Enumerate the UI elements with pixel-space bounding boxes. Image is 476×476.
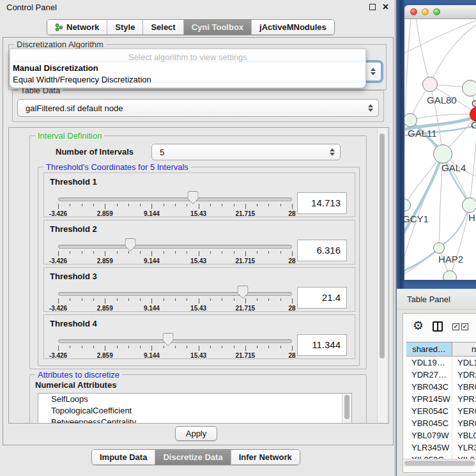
tab-network[interactable]: Network [47,20,107,35]
tick-mark [268,346,269,348]
network-node-ga[interactable] [462,80,476,96]
table-cell[interactable]: YBR043C [406,381,452,393]
threshold-slider[interactable]: -3.4262.8599.14415.4321.71528 [58,196,292,218]
float-window-icon[interactable] [369,4,376,10]
table-cell[interactable]: YDR2 [452,369,476,381]
tab-label: Select [151,22,175,32]
tick-mark [234,298,234,301]
tab-impute-data[interactable]: Impute Data [92,450,155,464]
tick-mark [187,346,187,348]
table-row[interactable]: YPR145WYPR1 [406,393,476,405]
scrollbar-thumb[interactable] [380,134,385,358]
table-cell[interactable]: YBR045C [406,417,452,429]
tick-mark [151,346,152,351]
scrollbar-thumb[interactable] [344,395,349,419]
tick-mark [222,251,222,254]
tick-mark [140,204,141,206]
panel-scrollbar[interactable] [377,128,387,422]
table-row[interactable]: YDR27…YDR2 [406,369,476,381]
attribute-item-selfloops[interactable]: SelfLoops [38,394,351,405]
tick-label: 2.859 [97,257,113,265]
table-cell[interactable]: YDL19… [406,357,452,369]
network-node-gal80[interactable] [422,77,438,92]
threshold-value-field[interactable]: 14.713 [297,192,347,214]
table-data-combobox[interactable]: galFiltered.sif default node [17,99,379,117]
tick-label: 21.715 [236,257,256,265]
threshold-value-field[interactable]: 6.316 [297,240,347,261]
tick-mark [70,298,70,301]
network-node[interactable] [443,270,457,280]
checkbox-icon[interactable]: ✓ [461,323,468,330]
network-canvas[interactable]: GAL80GACGAL11GAL4GCY1HHAP2 [404,19,476,280]
zoom-traffic-light[interactable] [433,8,440,15]
number-of-intervals-combobox[interactable]: 5 [151,144,341,160]
close-traffic-light[interactable] [410,8,417,15]
close-icon[interactable]: × [383,4,388,10]
tab-select[interactable]: Select [143,20,183,35]
tick-mark [164,298,164,301]
tab-jactivemnodules[interactable]: jActiveMNodules [252,20,334,35]
tab-infer-network[interactable]: Infer Network [231,450,300,464]
network-window-titlebar [404,5,476,19]
table-cell[interactable]: YBL079W [406,429,452,441]
tick-mark [151,204,152,209]
tick-mark [151,298,152,303]
slider-track [58,339,292,343]
network-node-gal4[interactable] [433,144,452,164]
threshold-slider[interactable]: -3.4262.8599.14415.4321.71528 [58,291,292,312]
table-cell[interactable]: YLR345W [406,441,452,454]
threshold-panel-2: Threshold 2-3.4262.8599.14415.4321.71528… [43,220,355,265]
column-header-2[interactable]: na [452,342,476,356]
slider-thumb[interactable] [125,238,136,254]
slider-thumb[interactable] [238,286,249,302]
gear-icon[interactable]: ⚙ [413,319,424,332]
slider-thumb[interactable] [163,333,174,349]
algorithm-option-equal-width-frequency-discretization[interactable]: Equal Width/Frequency Discretization [10,73,365,85]
tick-mark [292,346,293,351]
checkbox-icon[interactable]: ✓ [452,323,459,330]
table-row[interactable]: YDL19…YDL1 [406,357,476,369]
tab-cyni-toolbox[interactable]: Cyni Toolbox [184,20,252,35]
table-cell[interactable]: YER054C [406,405,452,417]
tick-mark [82,204,82,206]
network-node-h[interactable] [462,197,476,213]
table-row[interactable]: YLR345WYLR3 [406,441,476,454]
threshold-slider[interactable]: -3.4262.8599.14415.4321.71528 [58,338,292,360]
tick-label: -3.426 [49,305,67,312]
tab-style[interactable]: Style [107,20,143,35]
algorithm-placeholder-option[interactable]: Select algorithm to view settings [10,49,365,62]
table-cell[interactable]: YPR145W [406,393,452,405]
tab-discretize-data[interactable]: Discretize Data [155,450,231,464]
table-cell[interactable]: YDR27… [406,369,452,381]
table-cell[interactable]: YBR0 [452,417,476,429]
node-table: shared…na YDL19…YDL1YDR27…YDR2YBR043CYBR… [406,342,476,466]
table-cell[interactable]: YDL1 [452,357,476,369]
attribute-item-topologicalcoefficient[interactable]: TopologicalCoefficient [38,405,351,417]
slider-thumb[interactable] [188,191,199,207]
table-row[interactable]: YBL079WYBL0 [406,429,476,441]
network-node-hap2[interactable] [433,242,445,254]
cyni-toolbox-panel: Discretization Algorithm Select algorith… [3,37,394,445]
table-row[interactable]: YBR045CYBR0 [406,417,476,429]
scrollbar-thumb[interactable] [404,461,475,466]
table-cell[interactable]: YLR3 [452,441,476,454]
attribute-item-betweennesscentrality[interactable]: BetweennessCentrality [38,417,351,424]
tick-mark [140,346,141,348]
attributes-list-scrollbar[interactable] [342,394,351,424]
table-row[interactable]: YER054CYER0 [406,405,476,417]
threshold-value-field[interactable]: 21.4 [297,287,347,309]
algorithm-option-manual-discretization[interactable]: Manual Discretization [10,62,365,73]
tick-label: 21.715 [236,352,256,359]
minimize-traffic-light[interactable] [422,8,429,15]
table-cell[interactable]: YER0 [452,405,476,417]
table-cell[interactable]: YPR1 [452,393,476,405]
column-header-1[interactable]: shared… [406,342,452,356]
threshold-slider[interactable]: -3.4262.8599.14415.4321.71528 [58,243,292,265]
table-cell[interactable]: YBL0 [452,429,476,441]
table-horizontal-scrollbar[interactable] [403,459,476,467]
threshold-value-field[interactable]: 11.344 [297,334,347,356]
columns-icon[interactable] [433,321,443,332]
apply-button[interactable]: Apply [175,426,217,441]
table-cell[interactable]: YBR0 [452,381,476,393]
table-row[interactable]: YBR043CYBR0 [406,381,476,393]
